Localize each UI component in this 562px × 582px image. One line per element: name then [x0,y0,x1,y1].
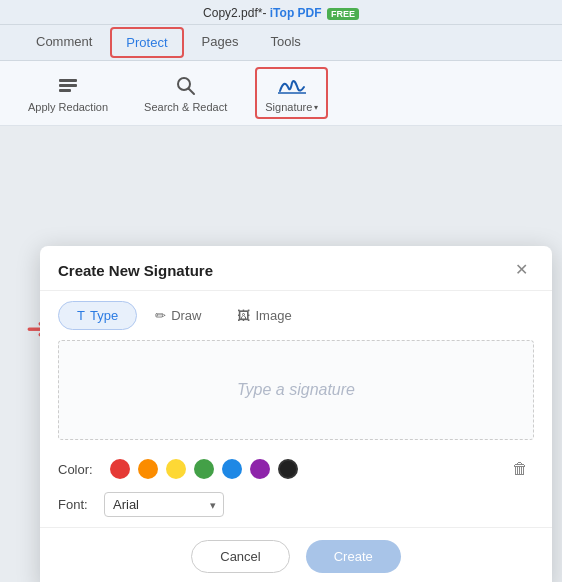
tab-pages[interactable]: Pages [186,26,255,59]
cancel-button[interactable]: Cancel [191,540,289,573]
create-signature-dialog: Create New Signature ✕ T Type ✏ Draw 🖼 I… [40,246,552,582]
draw-tab-label: Draw [171,308,201,323]
image-tab-label: Image [255,308,291,323]
close-button[interactable]: ✕ [509,260,534,280]
color-purple[interactable] [250,459,270,479]
color-row: Color: 🗑 [40,450,552,488]
tab-draw[interactable]: ✏ Draw [137,301,219,330]
filename: Copy2.pdf*- [203,6,270,20]
svg-rect-2 [59,89,71,92]
main-area: ➜ Create New Signature ✕ T Type ✏ Draw 🖼… [0,126,562,582]
apply-redaction-label: Apply Redaction [28,101,108,113]
svg-rect-0 [59,79,77,82]
signature-label-row: Signature ▾ [265,101,318,113]
app-name: iTop PDF [270,6,322,20]
dialog-title: Create New Signature [58,262,213,279]
search-redact-icon [175,73,197,99]
font-select[interactable]: Arial Times New Roman Courier New Georgi… [104,492,224,517]
color-red[interactable] [110,459,130,479]
signature-placeholder: Type a signature [237,381,355,399]
color-black[interactable] [278,459,298,479]
svg-line-4 [188,89,194,95]
draw-tab-icon: ✏ [155,308,166,323]
color-label: Color: [58,462,102,477]
font-select-wrapper: Arial Times New Roman Courier New Georgi… [104,492,224,517]
font-row: Font: Arial Times New Roman Courier New … [40,488,552,527]
tab-tools[interactable]: Tools [254,26,316,59]
font-label: Font: [58,497,94,512]
create-button[interactable]: Create [306,540,401,573]
color-yellow[interactable] [166,459,186,479]
signature-label: Signature [265,101,312,113]
search-redact-button[interactable]: Search & Redact [136,69,235,117]
tab-image[interactable]: 🖼 Image [219,301,309,330]
image-tab-icon: 🖼 [237,308,250,323]
type-tab-label: Type [90,308,118,323]
apply-redaction-button[interactable]: Apply Redaction [20,69,116,117]
free-badge: FREE [327,8,359,20]
tab-comment[interactable]: Comment [20,26,108,59]
trash-button[interactable]: 🗑 [506,458,534,480]
search-redact-label: Search & Redact [144,101,227,113]
toolbar: Apply Redaction Search & Redact Signatur… [0,61,562,126]
signature-canvas[interactable]: Type a signature [58,340,534,440]
tab-type[interactable]: T Type [58,301,137,330]
signature-icon [274,73,310,99]
signature-button[interactable]: Signature ▾ [255,67,328,119]
color-orange[interactable] [138,459,158,479]
color-green[interactable] [194,459,214,479]
dialog-footer: Cancel Create [40,527,552,582]
svg-rect-1 [59,84,77,87]
apply-redaction-icon [57,73,79,99]
tab-bar: Comment Protect Pages Tools [0,25,562,61]
type-tab-icon: T [77,308,85,323]
tab-protect[interactable]: Protect [110,27,183,58]
color-blue[interactable] [222,459,242,479]
dialog-header: Create New Signature ✕ [40,246,552,291]
dialog-tabs: T Type ✏ Draw 🖼 Image [40,291,552,330]
signature-chevron-icon: ▾ [314,103,318,112]
title-bar: Copy2.pdf*- iTop PDF FREE [0,0,562,25]
